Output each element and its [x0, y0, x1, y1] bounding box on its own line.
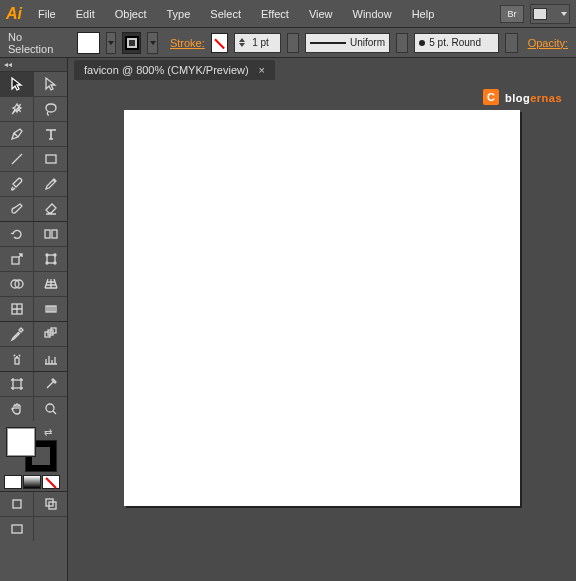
stroke-weight-dropdown[interactable] — [287, 33, 299, 53]
watermark-text-2: ernas — [530, 92, 562, 104]
svg-point-18 — [46, 404, 54, 412]
line-tool[interactable] — [0, 147, 33, 171]
stroke-swatch-dropdown[interactable] — [147, 32, 158, 54]
chevron-down-icon — [108, 41, 114, 45]
menu-view[interactable]: View — [299, 0, 343, 28]
paintbrush-tool[interactable] — [0, 172, 33, 196]
stroke-profile-icon — [310, 42, 346, 44]
color-mode-none[interactable] — [42, 475, 60, 489]
perspective-grid-tool[interactable] — [34, 272, 67, 296]
fill-stroke-box: ⇄ — [0, 421, 67, 473]
watermark-text-1: blog — [505, 92, 530, 104]
chevron-down-icon — [150, 41, 156, 45]
tools-panel: ◂◂ — [0, 58, 68, 581]
svg-rect-17 — [13, 380, 21, 388]
svg-rect-3 — [12, 257, 19, 264]
zoom-tool[interactable] — [34, 397, 67, 421]
stroke-profile-dropdown[interactable] — [396, 33, 408, 53]
watermark: C blogernas — [483, 88, 562, 105]
close-tab-button[interactable]: × — [259, 64, 265, 76]
slice-tool[interactable] — [34, 372, 67, 396]
brush-dot-icon — [419, 40, 425, 46]
artboard[interactable] — [124, 110, 520, 506]
control-bar: No Selection Stroke: 1 pt Uniform 5 pt. … — [0, 28, 576, 58]
brush-select[interactable]: 5 pt. Round — [414, 33, 499, 53]
lasso-tool[interactable] — [34, 97, 67, 121]
screen-mode-spacer — [34, 517, 67, 541]
selection-status: No Selection — [8, 31, 61, 55]
menu-type[interactable]: Type — [157, 0, 201, 28]
color-mode-gradient[interactable] — [23, 475, 41, 489]
shape-builder-tool[interactable] — [0, 272, 33, 296]
artboard-tool[interactable] — [0, 372, 33, 396]
opacity-label[interactable]: Opacity: — [528, 37, 568, 49]
bridge-button[interactable]: Br — [500, 5, 524, 23]
eyedropper-tool[interactable] — [0, 322, 33, 346]
menu-help[interactable]: Help — [402, 0, 445, 28]
stroke-swatch-icon — [127, 38, 137, 48]
fill-color-box[interactable] — [6, 427, 36, 457]
svg-rect-16 — [15, 358, 19, 364]
menu-bar: Ai File Edit Object Type Select Effect V… — [0, 0, 576, 28]
rectangle-tool[interactable] — [34, 147, 67, 171]
stroke-profile-select[interactable]: Uniform — [305, 33, 390, 53]
menu-edit[interactable]: Edit — [66, 0, 105, 28]
svg-rect-0 — [46, 155, 56, 163]
mesh-tool[interactable] — [0, 297, 33, 321]
fill-swatch-dropdown[interactable] — [106, 32, 117, 54]
pencil-tool[interactable] — [34, 172, 67, 196]
fill-swatch[interactable] — [77, 32, 100, 54]
stroke-label[interactable]: Stroke: — [170, 37, 205, 49]
stroke-weight-stepper[interactable] — [235, 38, 249, 47]
drawing-mode-normal[interactable] — [0, 492, 33, 516]
document-tab-title: favicon @ 800% (CMYK/Preview) — [84, 64, 249, 76]
type-tool[interactable] — [34, 122, 67, 146]
menu-object[interactable]: Object — [105, 0, 157, 28]
eraser-tool[interactable] — [34, 197, 67, 221]
brush-dropdown[interactable] — [505, 33, 517, 53]
menu-file[interactable]: File — [28, 0, 66, 28]
menu-select[interactable]: Select — [200, 0, 251, 28]
hand-tool[interactable] — [0, 397, 33, 421]
screen-mode-button[interactable] — [0, 517, 33, 541]
canvas-area: favicon @ 800% (CMYK/Preview) × C bloger… — [68, 58, 576, 581]
svg-rect-2 — [52, 230, 57, 238]
svg-rect-1 — [45, 230, 50, 238]
stroke-none-icon[interactable] — [211, 33, 228, 53]
workspace-switcher[interactable] — [530, 4, 570, 24]
menu-window[interactable]: Window — [343, 0, 402, 28]
reflect-tool[interactable] — [34, 222, 67, 246]
svg-rect-4 — [47, 255, 55, 263]
stroke-weight-value: 1 pt — [249, 37, 279, 48]
svg-rect-19 — [13, 500, 21, 508]
rotate-tool[interactable] — [0, 222, 33, 246]
watermark-text: blogernas — [505, 88, 562, 105]
document-tab-bar: favicon @ 800% (CMYK/Preview) × — [68, 58, 576, 80]
magic-wand-tool[interactable] — [0, 97, 33, 121]
stroke-swatch[interactable] — [122, 32, 141, 54]
color-mode-solid[interactable] — [4, 475, 22, 489]
svg-rect-22 — [12, 525, 22, 533]
scale-tool[interactable] — [0, 247, 33, 271]
document-tab[interactable]: favicon @ 800% (CMYK/Preview) × — [74, 60, 275, 80]
brush-value: 5 pt. Round — [429, 37, 481, 48]
stroke-profile-value: Uniform — [350, 37, 385, 48]
gradient-tool[interactable] — [34, 297, 67, 321]
swap-fill-stroke-icon[interactable]: ⇄ — [44, 427, 52, 438]
canvas-stage[interactable]: C blogernas — [68, 80, 576, 581]
watermark-icon: C — [483, 89, 499, 105]
drawing-mode-behind[interactable] — [34, 492, 67, 516]
blend-tool[interactable] — [34, 322, 67, 346]
menu-effect[interactable]: Effect — [251, 0, 299, 28]
pen-tool[interactable] — [0, 122, 33, 146]
selection-tool[interactable] — [0, 72, 33, 96]
column-graph-tool[interactable] — [34, 347, 67, 371]
app-logo: Ai — [0, 0, 28, 28]
blob-brush-tool[interactable] — [0, 197, 33, 221]
workspace-icon — [533, 8, 547, 20]
symbol-sprayer-tool[interactable] — [0, 347, 33, 371]
direct-selection-tool[interactable] — [34, 72, 67, 96]
free-transform-tool[interactable] — [34, 247, 67, 271]
stroke-weight-input[interactable]: 1 pt — [234, 33, 280, 53]
tools-collapse-handle[interactable]: ◂◂ — [0, 58, 67, 72]
